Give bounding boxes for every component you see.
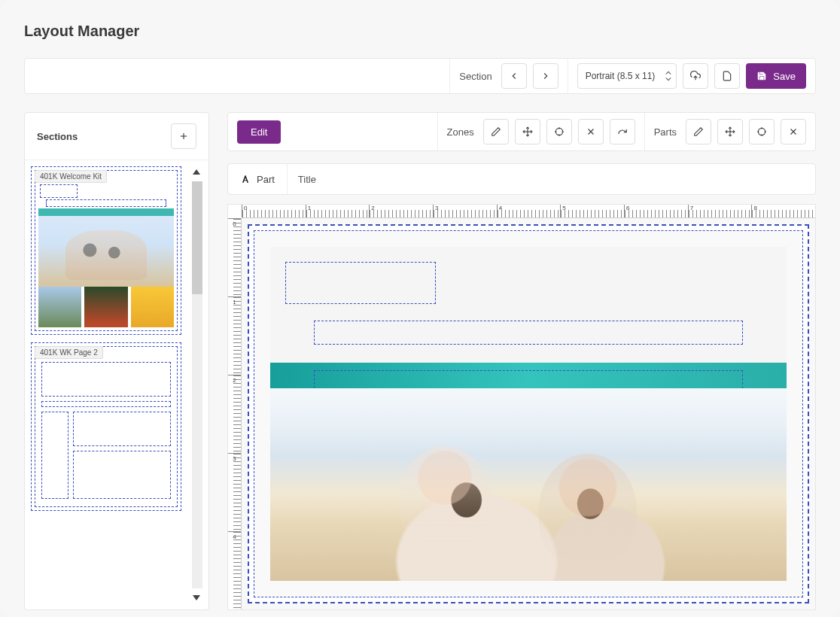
ruler-horizontal: 0 1 2 3 4 5 6 7 8 xyxy=(242,205,815,218)
save-icon xyxy=(756,71,767,81)
redo-icon xyxy=(617,126,628,137)
triangle-down-icon xyxy=(192,593,201,602)
zone-subtitle[interactable] xyxy=(314,321,743,345)
part-tab[interactable]: Part xyxy=(228,164,288,194)
pencil-icon xyxy=(491,126,501,137)
part-tab-label: Part xyxy=(257,174,275,185)
section-thumbnail[interactable]: 401K WK Page 2 xyxy=(31,342,181,511)
close-icon xyxy=(788,126,799,137)
edit-button[interactable]: Edit xyxy=(237,120,281,144)
zone-move-button[interactable] xyxy=(515,119,540,144)
prev-section-button[interactable] xyxy=(501,63,527,89)
part-delete-button[interactable] xyxy=(781,119,806,144)
scroll-down-button[interactable] xyxy=(189,590,204,605)
svg-point-15 xyxy=(758,128,765,135)
page-size-value: Portrait (8.5 x 11) xyxy=(586,71,656,81)
ruler-vertical: 0 1 2 3 4 xyxy=(228,218,242,609)
zone-delete-button[interactable] xyxy=(578,119,604,144)
upload-cloud-icon xyxy=(690,71,701,81)
crosshair-icon xyxy=(554,126,565,137)
move-icon xyxy=(522,126,533,137)
stepper-icon xyxy=(665,71,671,81)
sections-panel: Sections 401K Welcome Kit xyxy=(24,112,209,610)
export-button[interactable] xyxy=(714,63,740,89)
scrollbar-thumb[interactable] xyxy=(192,181,202,294)
thumb-hero-image xyxy=(38,216,174,287)
page-settings-group: Portrait (8.5 x 11) Save xyxy=(568,59,815,93)
section-nav-group: Section xyxy=(449,59,567,93)
zones-group: Zones xyxy=(437,113,644,150)
svg-marker-2 xyxy=(193,169,200,175)
next-section-button[interactable] xyxy=(533,63,558,89)
part-title-field[interactable]: Title xyxy=(288,164,815,194)
scrollbar-track[interactable] xyxy=(192,181,202,588)
page-title: Layout Manager xyxy=(24,23,816,40)
upload-button[interactable] xyxy=(683,63,708,89)
svg-marker-3 xyxy=(193,595,200,600)
part-title-text: Title xyxy=(298,174,316,185)
scroll-up-button[interactable] xyxy=(189,165,204,180)
font-icon xyxy=(240,174,251,184)
thumb-image xyxy=(38,287,81,327)
chevron-right-icon xyxy=(540,71,551,81)
zones-label: Zones xyxy=(447,126,474,138)
pencil-icon xyxy=(693,126,704,137)
save-button-label: Save xyxy=(773,71,796,82)
save-button[interactable]: Save xyxy=(746,63,806,89)
move-icon xyxy=(725,126,735,137)
sections-panel-title: Sections xyxy=(37,131,78,142)
editor-toolbar: Edit Zones Parts xyxy=(227,112,816,151)
parts-group: Parts xyxy=(644,113,815,150)
zone-target-button[interactable] xyxy=(546,119,572,144)
file-export-icon xyxy=(722,71,732,81)
add-section-button[interactable] xyxy=(171,123,196,149)
canvas: 0 1 2 3 4 5 6 7 8 0 1 2 3 4 xyxy=(227,204,816,610)
section-thumbnail[interactable]: 401K Welcome Kit xyxy=(31,166,181,335)
section-thumb-label: 401K WK Page 2 xyxy=(35,346,103,359)
hero-image xyxy=(270,388,787,581)
parts-label: Parts xyxy=(654,126,677,138)
section-thumb-label: 401K Welcome Kit xyxy=(35,170,107,183)
zone-title[interactable] xyxy=(285,262,436,304)
part-move-button[interactable] xyxy=(717,119,743,144)
svg-point-6 xyxy=(555,128,562,135)
thumb-image xyxy=(84,287,127,327)
part-bar: Part Title xyxy=(227,163,816,195)
part-edit-button[interactable] xyxy=(686,119,711,144)
thumb-image xyxy=(131,287,174,327)
page-size-select[interactable]: Portrait (8.5 x 11) xyxy=(577,63,677,89)
top-toolbar: Section Portrait (8.5 x 11) xyxy=(24,58,816,94)
zone-redo-button[interactable] xyxy=(610,119,635,144)
chevron-left-icon xyxy=(509,71,519,81)
crosshair-icon xyxy=(756,126,767,137)
triangle-up-icon xyxy=(192,168,201,177)
part-target-button[interactable] xyxy=(749,119,775,144)
page-canvas[interactable] xyxy=(248,224,809,603)
close-icon xyxy=(586,126,596,137)
plus-icon xyxy=(178,131,189,141)
section-label: Section xyxy=(459,71,492,82)
zone-edit-button[interactable] xyxy=(483,119,509,144)
